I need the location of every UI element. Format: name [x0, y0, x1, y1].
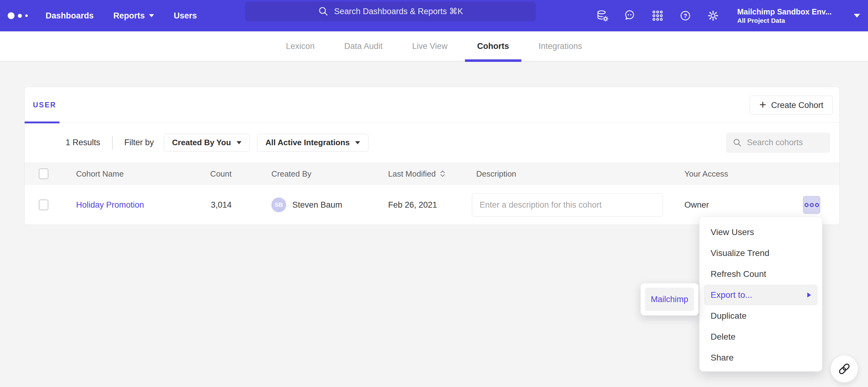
column-created-by: Created By	[271, 169, 311, 178]
copy-link-button[interactable]	[830, 355, 858, 383]
navbar-right: ? Mailchimp Sandbox Env... All Project D…	[595, 0, 860, 31]
link-icon	[838, 362, 851, 376]
tab-integrations[interactable]: Integrations	[524, 31, 597, 61]
tab-lexicon[interactable]: Lexicon	[271, 31, 329, 61]
ellipsis-menu-icon	[805, 203, 809, 207]
column-count: Count	[142, 169, 231, 178]
chevron-down-icon	[355, 141, 360, 144]
column-cohort-name: Cohort Name	[76, 169, 124, 178]
submenu-item-mailchimp[interactable]: Mailchimp	[645, 288, 694, 311]
column-your-access: Your Access	[684, 169, 728, 178]
gear-icon[interactable]	[706, 9, 720, 23]
search-cohorts-input[interactable]	[747, 138, 824, 147]
cohort-count: 3,014	[142, 200, 231, 210]
cohorts-card: USER + Create Cohort 1 Results Filter by…	[24, 87, 840, 225]
cohort-name-link[interactable]: Holiday Promotion	[76, 200, 144, 210]
search-icon	[318, 6, 329, 16]
export-submenu: Mailchimp	[640, 283, 699, 316]
create-cohort-button[interactable]: + Create Cohort	[750, 96, 833, 115]
project-name: Mailchimp Sandbox Env...	[737, 7, 832, 16]
description-input[interactable]	[472, 193, 663, 217]
created-by-filter-label: Created By You	[172, 138, 231, 147]
nav-dashboards[interactable]: Dashboards	[45, 11, 94, 21]
sort-icon[interactable]	[439, 170, 446, 178]
created-by-filter-dropdown[interactable]: Created By You	[164, 134, 250, 152]
logo-dot-large	[8, 12, 14, 19]
logo-dot-small	[25, 14, 28, 17]
row-actions-menu: View Users Visualize Trend Refresh Count…	[699, 217, 823, 372]
export-to-label: Export to...	[711, 290, 752, 300]
search-cohorts-field[interactable]	[726, 133, 830, 153]
help-icon[interactable]: ?	[679, 9, 692, 23]
column-description: Description	[476, 169, 516, 178]
navbar-left: Dashboards Reports Users	[8, 0, 197, 31]
data-management-subnav: Lexicon Data Audit Live View Cohorts Int…	[0, 31, 868, 62]
nav-reports[interactable]: Reports	[113, 11, 154, 21]
svg-text:?: ?	[684, 12, 687, 19]
creator-name: Steven Baum	[292, 200, 342, 210]
feedback-icon[interactable]	[623, 9, 637, 23]
avatar: SB	[271, 198, 286, 212]
submenu-arrow-icon	[807, 292, 811, 297]
primary-nav: Dashboards Reports Users	[45, 11, 197, 21]
card-header: USER + Create Cohort	[25, 87, 839, 123]
created-by-cell: SB Steven Baum	[271, 198, 342, 212]
menu-item-share[interactable]: Share	[700, 347, 822, 368]
search-icon	[733, 138, 742, 147]
filter-row: 1 Results Filter by Created By You All A…	[25, 123, 839, 163]
create-cohort-label: Create Cohort	[771, 101, 823, 110]
menu-item-visualize-trend[interactable]: Visualize Trend	[700, 243, 822, 263]
filter-by-label: Filter by	[124, 138, 154, 147]
menu-item-view-users[interactable]: View Users	[700, 222, 822, 243]
integrations-filter-label: All Active Integrations	[266, 138, 350, 147]
table-header: Cohort Name Count Created By Last Modifi…	[25, 163, 839, 185]
row-actions-button[interactable]	[803, 196, 820, 214]
integrations-filter-dropdown[interactable]: All Active Integrations	[257, 134, 369, 152]
tab-cohorts[interactable]: Cohorts	[462, 31, 524, 61]
tab-data-audit[interactable]: Data Audit	[329, 31, 397, 61]
access-value: Owner	[684, 200, 709, 210]
last-modified-label: Last Modified	[388, 169, 436, 178]
tab-live-view[interactable]: Live View	[397, 31, 462, 61]
menu-item-export-to[interactable]: Export to...	[704, 285, 818, 306]
global-search-input[interactable]: Search Dashboards & Reports ⌘K	[245, 2, 536, 21]
chevron-down-icon[interactable]	[854, 14, 860, 17]
select-all-checkbox[interactable]	[39, 168, 49, 179]
logo-dot-medium	[18, 14, 22, 18]
global-search-placeholder: Search Dashboards & Reports ⌘K	[334, 6, 463, 16]
tab-user[interactable]: USER	[33, 87, 56, 123]
data-settings-icon[interactable]	[595, 9, 609, 23]
divider	[112, 136, 113, 149]
mixpanel-logo-dots-icon[interactable]	[8, 12, 28, 19]
chevron-down-icon	[237, 141, 242, 144]
menu-item-refresh-count[interactable]: Refresh Count	[700, 263, 822, 285]
nav-users[interactable]: Users	[174, 11, 197, 21]
project-switcher[interactable]: Mailchimp Sandbox Env... All Project Dat…	[737, 7, 832, 25]
results-count: 1 Results	[66, 138, 100, 147]
row-checkbox[interactable]	[39, 200, 49, 210]
column-last-modified[interactable]: Last Modified	[388, 169, 446, 178]
active-tab-underline	[465, 59, 521, 62]
chevron-down-icon	[149, 14, 154, 17]
tab-cohorts-label: Cohorts	[477, 41, 509, 51]
apps-grid-icon[interactable]	[651, 9, 664, 23]
menu-item-duplicate[interactable]: Duplicate	[700, 306, 822, 326]
top-navbar: Dashboards Reports Users Search Dashboar…	[0, 0, 868, 31]
plus-icon: +	[759, 99, 766, 110]
menu-item-delete[interactable]: Delete	[700, 326, 822, 347]
nav-reports-label: Reports	[113, 11, 145, 21]
last-modified-value: Feb 26, 2021	[388, 200, 437, 210]
project-subtitle: All Project Data	[737, 16, 832, 25]
